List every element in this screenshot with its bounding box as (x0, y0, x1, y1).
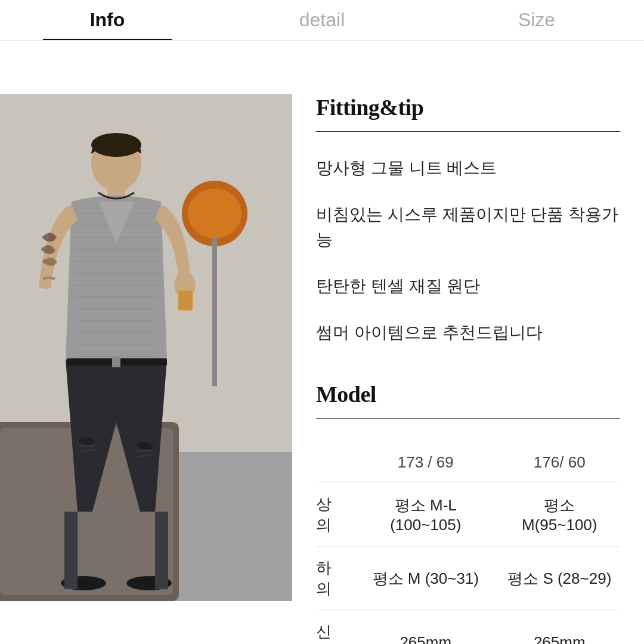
fitting-item-2: 비침있는 시스루 제품이지만 단품 착용가능 (316, 202, 620, 252)
main-content: Fitting&tip 망사형 그물 니트 베스트 비침있는 시스루 제품이지만… (0, 41, 644, 644)
tab-detail[interactable]: detail (215, 0, 429, 40)
model-col-2: 176/ 60 (499, 442, 620, 483)
fitting-section: Fitting&tip 망사형 그물 니트 베스트 비침있는 시스루 제품이지만… (316, 94, 620, 345)
svg-rect-16 (64, 512, 78, 589)
tab-info-label: Info (90, 9, 125, 31)
tab-size-label: Size (518, 9, 555, 31)
tab-navigation: Info detail Size (0, 0, 644, 41)
model-row-bottom: 하의 평소 M (30~31) 평소 S (28~29) (316, 547, 620, 611)
model-bottom-col1: 평소 M (30~31) (352, 547, 499, 611)
fitting-item-3: 탄탄한 텐셀 재질 원단 (316, 274, 620, 299)
product-image (0, 94, 292, 601)
fitting-divider (316, 131, 620, 132)
fitting-title: Fitting&tip (316, 94, 620, 120)
fitting-item-4: 썸머 아이템으로 추천드립니다 (316, 320, 620, 345)
model-bottom-col2: 평소 S (28~29) (499, 547, 620, 611)
model-divider (316, 418, 620, 419)
svg-rect-11 (179, 291, 192, 309)
model-row-shoes: 신발 265mm 265mm (316, 611, 620, 645)
model-table: 173 / 69 176/ 60 상의 평소 M-L (100~105) 평소 … (316, 442, 620, 644)
tab-info[interactable]: Info (0, 0, 215, 40)
model-col-label (316, 442, 352, 483)
model-shoes-label: 신발 (316, 611, 352, 645)
svg-rect-4 (212, 237, 217, 386)
info-panel: Fitting&tip 망사형 그물 니트 베스트 비침있는 시스루 제품이지만… (292, 94, 644, 644)
model-row-top: 상의 평소 M-L (100~105) 평소 M(95~100) (316, 483, 620, 547)
svg-point-3 (188, 188, 242, 239)
tab-detail-label: detail (299, 9, 345, 31)
model-col-1: 173 / 69 (352, 442, 499, 483)
model-top-label: 상의 (316, 483, 352, 547)
fitting-list: 망사형 그물 니트 베스트 비침있는 시스루 제품이지만 단품 착용가능 탄탄한… (316, 156, 620, 345)
model-shoes-col1: 265mm (352, 611, 499, 645)
model-table-header-row: 173 / 69 176/ 60 (316, 442, 620, 483)
model-bottom-label: 하의 (316, 547, 352, 611)
svg-rect-13 (112, 357, 120, 367)
model-top-col1: 평소 M-L (100~105) (352, 483, 499, 547)
model-top-col2: 평소 M(95~100) (499, 483, 620, 547)
model-title: Model (316, 381, 620, 407)
fitting-item-1: 망사형 그물 니트 베스트 (316, 156, 620, 181)
svg-rect-17 (155, 512, 168, 589)
model-shoes-col2: 265mm (499, 611, 620, 645)
model-section: Model 173 / 69 176/ 60 상의 평소 M-L (100~10… (316, 381, 620, 644)
tab-size[interactable]: Size (429, 0, 644, 40)
